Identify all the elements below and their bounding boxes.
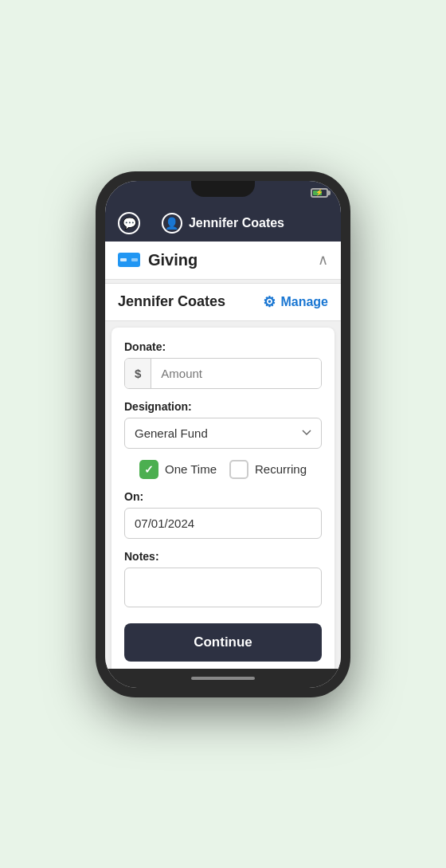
one-time-checkbox[interactable]: ✓ xyxy=(139,460,158,479)
manage-label: Manage xyxy=(280,295,328,309)
phone-screen: ⚡ 💬 👤 Jennifer Coates xyxy=(105,181,341,688)
user-display-name: Jennifer Coates xyxy=(118,293,225,310)
user-avatar-icon: 👤 xyxy=(162,213,182,234)
chat-symbol: 💬 xyxy=(123,217,136,230)
card-icon xyxy=(118,253,140,267)
notes-label: Notes: xyxy=(124,550,322,563)
gear-icon: ⚙ xyxy=(263,293,276,311)
date-input[interactable] xyxy=(124,508,322,539)
manage-button[interactable]: ⚙ Manage xyxy=(263,293,328,311)
on-label: On: xyxy=(124,490,322,503)
amount-input[interactable] xyxy=(151,359,322,388)
section-title: Giving xyxy=(148,251,198,269)
designation-select[interactable]: General Fund Building Fund Missions xyxy=(124,418,322,449)
recurring-option[interactable]: Recurring xyxy=(229,460,307,479)
notes-input[interactable] xyxy=(124,568,322,607)
chat-icon: 💬 xyxy=(118,212,140,234)
battery-icon: ⚡ xyxy=(311,188,328,198)
donation-form: Donate: $ Designation: General Fund Buil… xyxy=(111,328,334,669)
phone-frame: ⚡ 💬 👤 Jennifer Coates xyxy=(96,171,350,697)
home-bar xyxy=(191,677,255,680)
donate-label: Donate: xyxy=(124,340,322,353)
continue-button[interactable]: Continue xyxy=(124,623,322,662)
card-stripe xyxy=(131,258,138,261)
app-header: 💬 👤 Jennifer Coates xyxy=(105,205,341,242)
giving-section-header: Giving ∧ xyxy=(105,242,341,280)
battery-lightning: ⚡ xyxy=(315,189,323,196)
home-indicator-bar xyxy=(105,669,341,688)
recurring-checkbox[interactable] xyxy=(229,460,248,479)
frequency-selection: ✓ One Time Recurring xyxy=(124,460,322,479)
user-row: Jennifer Coates ⚙ Manage xyxy=(105,283,341,321)
one-time-label: One Time xyxy=(165,462,217,476)
avatar-symbol: 👤 xyxy=(165,217,178,230)
notch xyxy=(191,181,255,197)
status-bar: ⚡ xyxy=(105,181,341,205)
dollar-prefix: $ xyxy=(125,359,151,388)
amount-input-row: $ xyxy=(124,358,322,389)
collapse-icon[interactable]: ∧ xyxy=(318,251,328,269)
main-content: Giving ∧ Jennifer Coates ⚙ Manage Donate… xyxy=(105,242,341,669)
section-title-row: Giving xyxy=(118,251,198,269)
header-username: Jennifer Coates xyxy=(189,216,284,230)
recurring-label: Recurring xyxy=(255,462,307,476)
header-user-info: 👤 Jennifer Coates xyxy=(162,213,284,234)
designation-label: Designation: xyxy=(124,400,322,413)
one-time-option[interactable]: ✓ One Time xyxy=(139,460,217,479)
chat-button[interactable]: 💬 xyxy=(118,212,140,234)
